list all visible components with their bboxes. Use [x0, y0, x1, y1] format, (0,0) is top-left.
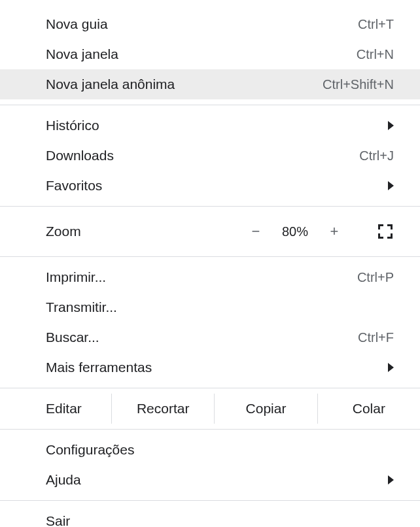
menu-separator	[0, 500, 420, 501]
menu-item-label: Nova janela anônima	[46, 76, 323, 92]
menu-separator	[0, 206, 420, 207]
menu-item-label: Buscar...	[46, 330, 358, 345]
menu-item-label: Mais ferramentas	[46, 360, 388, 375]
menu-separator	[0, 429, 420, 430]
menu-item-label: Downloads	[46, 148, 359, 163]
menu-item-print[interactable]: Imprimir... Ctrl+P	[0, 262, 420, 292]
menu-item-label: Histórico	[46, 118, 388, 133]
fullscreen-icon	[378, 224, 393, 239]
menu-item-shortcut: Ctrl+J	[359, 148, 394, 163]
edit-actions: Recortar Copiar Colar	[111, 394, 420, 424]
menu-item-edit: Editar Recortar Copiar Colar	[0, 394, 420, 424]
menu-item-shortcut: Ctrl+F	[358, 330, 394, 345]
menu-separator	[0, 105, 420, 105]
menu-item-find[interactable]: Buscar... Ctrl+F	[0, 322, 420, 352]
zoom-label: Zoom	[46, 224, 239, 239]
zoom-in-button[interactable]: +	[318, 218, 351, 245]
chevron-right-icon	[388, 475, 394, 484]
menu-item-new-window[interactable]: Nova janela Ctrl+N	[0, 39, 420, 69]
menu-item-label: Ajuda	[46, 472, 388, 488]
fullscreen-button[interactable]	[369, 218, 402, 245]
cut-button[interactable]: Recortar	[111, 394, 214, 424]
plus-icon: +	[330, 223, 339, 240]
chevron-right-icon	[388, 121, 394, 130]
zoom-value: 80%	[272, 224, 318, 239]
chevron-right-icon	[388, 363, 394, 372]
menu-item-history[interactable]: Histórico	[0, 110, 420, 141]
menu-item-bookmarks[interactable]: Favoritos	[0, 171, 420, 201]
menu-item-cast[interactable]: Transmitir...	[0, 292, 420, 322]
chevron-right-icon	[388, 181, 394, 190]
menu-item-label: Nova janela	[46, 46, 357, 62]
menu-item-label: Configurações	[46, 442, 394, 458]
copy-button[interactable]: Copiar	[214, 394, 317, 424]
menu-item-zoom: Zoom − 80% +	[0, 212, 420, 251]
menu-item-label: Imprimir...	[46, 269, 357, 285]
menu-item-shortcut: Ctrl+P	[357, 270, 394, 285]
menu-item-label: Transmitir...	[46, 299, 394, 315]
menu-item-help[interactable]: Ajuda	[0, 465, 420, 495]
menu-item-shortcut: Ctrl+Shift+N	[323, 77, 394, 92]
menu-item-exit[interactable]: Sair	[0, 506, 420, 527]
menu-item-shortcut: Ctrl+T	[358, 17, 394, 32]
zoom-out-button[interactable]: −	[239, 218, 272, 245]
zoom-controls: − 80% +	[239, 218, 402, 245]
paste-button[interactable]: Colar	[317, 394, 420, 424]
menu-item-shortcut: Ctrl+N	[357, 47, 394, 62]
browser-main-menu: Nova guia Ctrl+T Nova janela Ctrl+N Nova…	[0, 0, 420, 527]
menu-item-more-tools[interactable]: Mais ferramentas	[0, 352, 420, 382]
menu-item-new-incognito[interactable]: Nova janela anônima Ctrl+Shift+N	[0, 69, 420, 99]
menu-item-new-tab[interactable]: Nova guia Ctrl+T	[0, 9, 420, 39]
edit-label: Editar	[0, 394, 111, 424]
menu-item-label: Favoritos	[46, 178, 388, 194]
menu-item-settings[interactable]: Configurações	[0, 435, 420, 465]
menu-separator	[0, 256, 420, 257]
menu-item-downloads[interactable]: Downloads Ctrl+J	[0, 141, 420, 171]
minus-icon: −	[252, 223, 260, 240]
menu-separator	[0, 388, 420, 388]
menu-item-label: Sair	[46, 513, 394, 527]
menu-item-label: Nova guia	[46, 16, 358, 32]
